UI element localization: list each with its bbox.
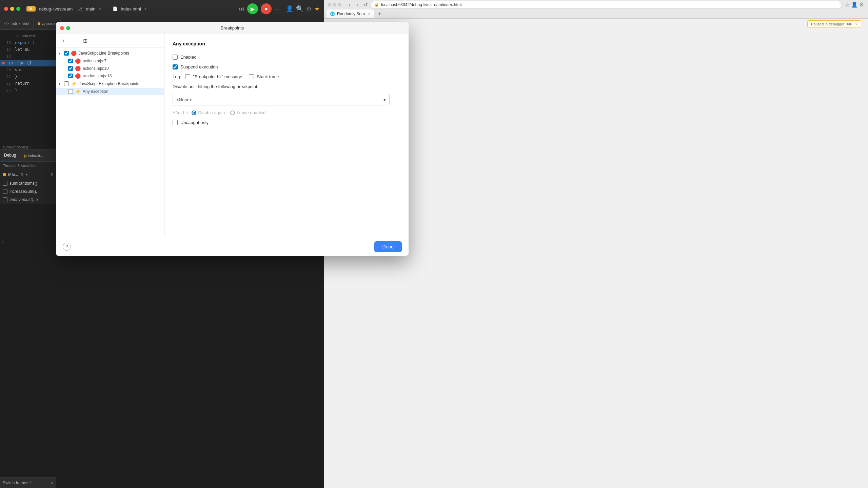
radio-leave-enabled[interactable]: Leave enabled [230, 110, 265, 115]
bp-item-checkbox-actions10[interactable] [68, 66, 73, 71]
modal-tl-red[interactable] [60, 26, 64, 30]
code-line-23: 23 } [0, 87, 56, 94]
code-23: } [15, 88, 17, 93]
search-icon[interactable]: 🔍 [296, 5, 303, 13]
bp-item-actions10[interactable]: 🔴 actions.mjs:10 [56, 65, 164, 72]
user-browser-icon[interactable]: 👤 [851, 1, 858, 8]
brand-icon[interactable]: ★ [314, 5, 320, 13]
line-num-18: 18 [3, 54, 11, 59]
code-line-22: 22 return [0, 80, 56, 87]
radio-btn-disable[interactable] [192, 110, 196, 115]
bp-category-label-exception: JavaScript Exception Breakpoints [79, 81, 161, 86]
stack-frame-increase[interactable]: increaseSum(), [0, 187, 56, 196]
frame-increase-label: increaseSum(), [9, 189, 37, 194]
after-hit-row: After hit: Disable again Leave enabled [173, 110, 400, 115]
switch-close-icon[interactable]: × [51, 481, 53, 485]
bp-item-any-exception[interactable]: ⚡ Any exception [56, 88, 164, 95]
after-hit-label: After hit: [173, 110, 189, 115]
settings-icon[interactable]: ⚙ [306, 5, 312, 13]
bp-icon-js-line: 🔴 [71, 50, 77, 56]
modal-titlebar: Breakpoints [56, 22, 409, 34]
filter-icon[interactable]: ⊻ [21, 172, 24, 177]
none-dropdown[interactable]: <None> ▾ [173, 94, 390, 105]
remove-breakpoint-btn[interactable]: − [70, 37, 78, 45]
bp-category-header-js-line[interactable]: ▾ 🔴 JavaScript Line Breakpoints [56, 49, 164, 57]
breakpoints-list: ▾ 🔴 JavaScript Line Breakpoints 🔴 action… [56, 48, 164, 237]
done-btn[interactable]: Done [374, 241, 402, 252]
stack-trace-label: Stack trace [257, 74, 279, 79]
file-tab-name: index.html [121, 6, 141, 12]
bp-item-checkbox-actions7[interactable] [68, 59, 73, 63]
radio-group: Disable again Leave enabled [192, 110, 265, 115]
bp-category-label-js-line: JavaScript Line Breakpoints [79, 51, 161, 56]
bp-category-js-exception: ▾ ⚡ JavaScript Exception Breakpoints ⚡ A… [56, 80, 164, 95]
user-icon[interactable]: 👤 [286, 5, 293, 13]
bp-category-header-js-exception[interactable]: ▾ ⚡ JavaScript Exception Breakpoints [56, 80, 164, 88]
reload-btn[interactable]: ↺ [362, 1, 369, 8]
back-btn[interactable]: ‹ [346, 1, 353, 8]
bp-item-checkbox-any-exception[interactable] [68, 89, 73, 94]
bp-item-randoms18[interactable]: 🔴 randoms.mjs:18 [56, 72, 164, 80]
debug-bottom-panel: Debug js index.h... Threads & Variables … [0, 149, 56, 204]
file-icon: 📄 [113, 6, 118, 11]
modal-footer: ? Done [56, 237, 409, 256]
thread-chevron[interactable]: ▾ [26, 172, 28, 177]
panel-left-arrow[interactable]: › [2, 239, 4, 245]
browser-tab-main[interactable]: 🌐 Randomly Sum × [327, 9, 374, 18]
debug-tab[interactable]: Debug [0, 149, 20, 161]
forward-btn[interactable]: › [354, 1, 361, 8]
branch-chevron: ▾ [99, 6, 101, 12]
bp-category-checkbox-js-line[interactable] [64, 51, 69, 56]
modal-tl-green[interactable] [66, 26, 70, 30]
ide-tl-yellow[interactable] [10, 7, 14, 11]
project-name: debug-livestream [39, 6, 73, 12]
section-title: Any exception [173, 41, 400, 46]
more-options-icon[interactable]: ⋯ [276, 6, 281, 12]
bp-item-checkbox-randoms18[interactable] [68, 74, 73, 78]
switch-frames: Switch frames fr... × [0, 477, 56, 488]
index-tab[interactable]: js index.h... [20, 149, 47, 161]
stack-trace-checkbox[interactable] [249, 74, 254, 79]
code-22: return [15, 81, 29, 86]
add-breakpoint-btn[interactable]: + [59, 37, 67, 45]
frame-icon-anon [3, 197, 7, 202]
modal-body: + − ⊞ ▾ 🔴 JavaScript Line Breakpoints [56, 34, 409, 237]
stop-btn[interactable]: ■ [261, 3, 272, 14]
radio-disable-again[interactable]: Disable again [192, 110, 225, 115]
code-line-19: 19 for (l [0, 60, 56, 66]
code-editor: 1+ usages 16 export f 17 let su 18 19 fo… [0, 30, 56, 145]
line-num-19: 19 [5, 61, 13, 65]
stack-frame-sum[interactable]: sumRandoms(), [0, 179, 56, 187]
enabled-checkbox[interactable] [173, 55, 178, 60]
paused-play-icon[interactable]: ▶▶ [847, 22, 852, 26]
help-btn[interactable]: ? [63, 243, 71, 251]
log-breakpoint-label: "Breakpoint hit" message [193, 74, 242, 79]
enabled-row: Enabled [173, 55, 400, 60]
bookmark-icon[interactable]: ☆ [845, 1, 850, 8]
suspend-row: Suspend execution [173, 64, 400, 69]
ide-tl-green[interactable] [16, 7, 20, 11]
stack-frame-anon[interactable]: anonymous(), a [0, 196, 56, 204]
dropdown-value: <None> [176, 97, 192, 102]
modal-traffic-lights [60, 26, 70, 30]
paused-text: Paused in debugger [811, 22, 844, 26]
paused-close-icon[interactable]: × [855, 22, 857, 26]
edit-breakpoint-btn[interactable]: ⊞ [81, 37, 89, 45]
suspend-checkbox[interactable] [173, 64, 178, 69]
uncaught-row: Uncaught only [173, 120, 400, 125]
address-bar[interactable]: 🔒 localhost:63342/debug-livestream/index… [371, 1, 842, 9]
run-btn[interactable]: ▶ [247, 3, 258, 14]
uncaught-checkbox[interactable] [173, 120, 178, 125]
code-line-18: 18 [0, 53, 56, 60]
bp-item-actions7[interactable]: 🔴 actions.mjs:7 [56, 57, 164, 65]
tab-index[interactable]: </> index.html [0, 18, 34, 29]
browser-settings-icon[interactable]: ⚙ [859, 1, 864, 8]
expand-icon[interactable]: E [51, 172, 53, 177]
bp-category-checkbox-js-exception[interactable] [64, 81, 69, 86]
play-debug-icon[interactable]: ⏭ [238, 5, 244, 13]
browser-tab-close[interactable]: × [368, 11, 371, 16]
ide-tl-red[interactable] [4, 7, 8, 11]
new-tab-btn[interactable]: + [375, 9, 384, 18]
radio-btn-leave[interactable] [230, 110, 235, 115]
log-breakpoint-checkbox[interactable] [185, 74, 190, 79]
